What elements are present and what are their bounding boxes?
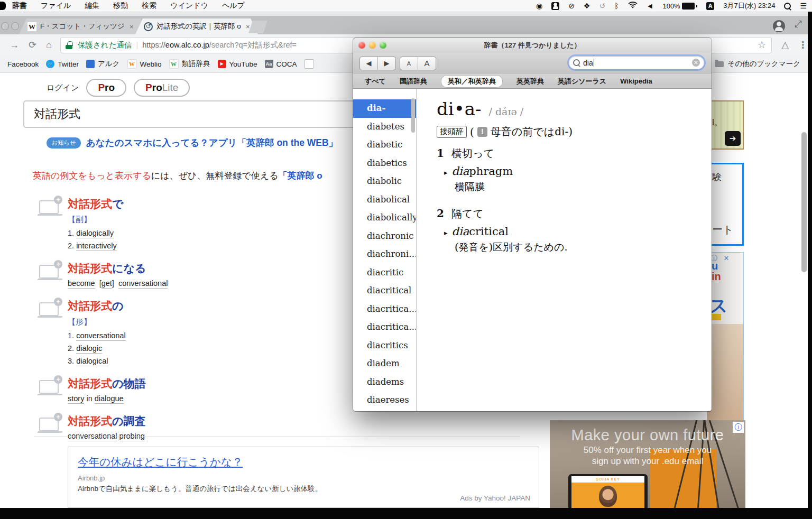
ad-title-link[interactable]: 今年の休みはどこに行こうかな？ [78,455,529,469]
sense-1-example[interactable]: ▸diaphragm [444,165,701,178]
notice-link[interactable]: あなたのスマホに入ってる？アプリ「英辞郎 on the WEB」 [86,136,338,149]
reload-button[interactable]: ⟳ [29,39,36,51]
fullscreen-expand-icon[interactable]: ⤢ [795,19,802,30]
pro-button[interactable]: Pro [86,79,126,97]
contacts-icon[interactable] [551,2,559,10]
word-list-item-12[interactable]: diacritica… [353,318,416,337]
menu-clock[interactable]: 3月7日(水) 23:24 [723,1,775,11]
entry-headline[interactable]: 対話形式の物語 [68,377,146,390]
record-icon[interactable]: ◉ [536,2,542,10]
entry-headline[interactable]: 対話形式で [68,197,124,210]
tab-wikipedia[interactable]: W F・スコット・フィッツジェラル × [19,18,148,34]
translation-link[interactable]: dialogical [76,357,108,366]
do-not-disturb-icon[interactable]: ⊘ [568,2,575,10]
promo-link[interactable]: 「英辞郎 o [279,171,322,181]
translation-link[interactable]: interactively [76,242,117,251]
add-to-wordbook-icon[interactable]: + [54,196,62,204]
translation-link[interactable]: dialogically [76,229,114,238]
word-list-item-16[interactable]: diaereses [353,391,416,410]
spotlight-icon[interactable] [784,3,791,10]
ad-info-icon[interactable]: ⓘ [733,422,744,433]
drive-extension-icon[interactable]: △ [781,39,789,51]
chrome-menu-icon[interactable]: ⋮ [798,39,808,51]
translation-link[interactable]: get [102,279,112,289]
apple-logo-icon[interactable] [0,2,6,10]
dict-tab-4[interactable]: 英語シソーラス [558,77,606,86]
add-to-wordbook-icon[interactable]: + [54,260,62,268]
translation-link[interactable]: conversational [118,279,168,289]
translation-link[interactable]: dialogic [76,344,102,354]
dictionary-search-field[interactable]: dia ✕ [569,56,704,69]
login-link[interactable]: ログイン [47,83,79,93]
clear-search-icon[interactable]: ✕ [692,59,700,67]
forward-button[interactable]: ▶ [377,57,395,70]
tab-close-icon[interactable]: × [246,23,250,31]
bookmark-item-4[interactable]: W類語辞典 [169,59,210,69]
window-close-button[interactable] [1,22,9,30]
entry-headline[interactable]: 対話形式になる [68,262,168,275]
entry-headline[interactable]: 対話形式の [68,299,126,312]
add-to-wordbook-icon[interactable]: + [54,413,62,421]
dict-tab-5[interactable]: Wikipedia [620,77,652,85]
dropbox-icon[interactable]: ❖ [584,2,590,10]
word-list-item-11[interactable]: diacritica… [353,300,416,319]
edu-ad-banner[interactable]: Make your own future 50% off your first … [550,420,745,508]
wifi-icon[interactable] [628,2,638,11]
word-list-item-9[interactable]: diacritic [353,264,416,282]
other-bookmarks[interactable]: その他のブックマーク [715,55,800,72]
bookmark-item-3[interactable]: WWeblio [127,59,162,69]
home-button[interactable]: ⌂ [46,40,52,51]
word-list-item-2[interactable]: diabetic [353,136,416,154]
bookmark-item-0[interactable]: Facebook [7,60,39,68]
bluetooth-icon[interactable]: ᛒ [614,2,619,10]
side-banner-arrow-button[interactable]: ➔ [725,131,741,146]
bookmark-item-6[interactable]: AaCOCA [265,60,297,68]
translation-link[interactable]: conversational [76,331,126,341]
word-list-item-14[interactable]: diadem [353,355,416,373]
time-machine-icon[interactable]: ↺ [599,2,605,10]
tab-eijiro[interactable]: ↺ 対話形式の英訳｜英辞郎 on the × [135,18,258,34]
menu-item-1[interactable]: ファイル [41,1,71,11]
translation-link[interactable]: become [68,279,95,289]
word-list-item-3[interactable]: diabetics [353,154,416,173]
font-larger-button[interactable]: A [418,57,436,70]
word-list-scrollbar-thumb[interactable] [411,98,415,133]
profile-icon[interactable] [773,20,785,32]
word-list-item-1[interactable]: diabetes [353,118,416,136]
dict-tab-3[interactable]: 英英辞典 [516,77,544,86]
dict-tab-1[interactable]: 国語辞典 [400,77,427,86]
add-to-wordbook-icon[interactable]: + [54,298,62,306]
menu-item-2[interactable]: 編集 [85,1,99,11]
entry-headline[interactable]: 対話形式の調査 [68,414,146,428]
forward-button[interactable]: → [10,40,19,51]
word-list-item-6[interactable]: diabolically [353,209,416,227]
font-smaller-button[interactable]: A [400,57,418,70]
menu-item-3[interactable]: 移動 [113,1,128,11]
dict-tab-0[interactable]: すべて [365,77,386,86]
input-source-icon[interactable]: A [706,2,714,10]
bookmark-item-2[interactable]: アルク [86,59,119,69]
menu-item-4[interactable]: 検索 [142,1,156,11]
back-button[interactable]: ◀ [360,57,377,70]
battery-indicator[interactable]: 100% [662,2,697,10]
word-list-item-13[interactable]: diacritics [353,337,416,355]
volume-icon[interactable]: ◄ [647,2,654,10]
add-to-wordbook-icon[interactable]: + [54,375,62,384]
word-list-item-15[interactable]: diadems [353,373,416,392]
bookmark-star-icon[interactable]: ☆ [758,39,766,51]
notice-row[interactable]: お知らせ あなたのスマホに入ってる？アプリ「英辞郎 on the WEB」 [47,136,338,149]
translation-link[interactable]: dialogue [95,394,124,404]
page-scrollbar-thumb[interactable] [801,132,807,272]
tab-close-icon[interactable]: × [130,23,134,31]
side-blue-box[interactable]: 験 ート [707,163,744,246]
dictionary-title-bar[interactable]: 辞書（127 件見つかりました） [353,38,712,53]
menu-item-6[interactable]: ヘルプ [222,1,245,11]
bookmark-item-7[interactable] [304,59,317,69]
word-list-item-10[interactable]: diacritical [353,282,416,300]
bookmark-item-5[interactable]: ▶YouTube [218,60,257,68]
prolite-button[interactable]: ProLite [134,79,190,97]
bookmark-item-1[interactable]: 🐦Twitter [46,60,79,68]
notification-center-icon[interactable]: ☰ [800,2,807,10]
side-banner-ad[interactable]: l。 ➔ [708,100,744,150]
sense-2-example[interactable]: ▸diacritical [444,225,701,238]
